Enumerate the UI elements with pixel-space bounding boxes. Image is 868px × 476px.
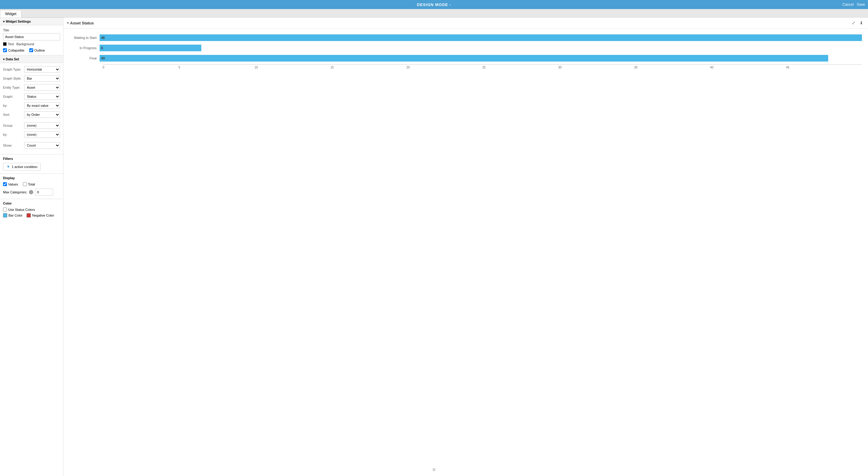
bar-chart: Waiting to Start45In Progress6Final43051… bbox=[69, 33, 862, 78]
group-by-label: by: bbox=[3, 133, 24, 136]
sort-row: Sort: by Order by Value bbox=[3, 111, 60, 118]
use-status-colors-checkbox[interactable] bbox=[3, 208, 7, 212]
negative-color-item[interactable]: Negative Color bbox=[27, 213, 54, 218]
entity-type-select[interactable]: Asset Work Order bbox=[24, 84, 60, 91]
x-tick: 30 bbox=[558, 66, 634, 69]
text-color-button[interactable]: Text bbox=[3, 42, 14, 46]
bar-fill: 43 bbox=[100, 55, 828, 62]
bar-label: Final bbox=[69, 56, 100, 60]
max-categories-row: Max Categories: i bbox=[3, 189, 60, 196]
display-header: Display bbox=[3, 176, 60, 180]
max-categories-label: Max Categories: bbox=[3, 190, 27, 194]
x-tick: 20 bbox=[406, 66, 482, 69]
x-tick: 25 bbox=[482, 66, 558, 69]
tabbar: Widget bbox=[0, 9, 868, 18]
by-select[interactable]: By exact value By range bbox=[24, 102, 60, 109]
info-icon: i bbox=[29, 190, 33, 194]
widget-settings-collapse-icon: ▾ bbox=[3, 20, 4, 23]
group-by-row: by: (none) Status bbox=[3, 131, 60, 138]
bar-label: Waiting to Start bbox=[69, 36, 100, 39]
total-checkbox[interactable] bbox=[23, 182, 27, 186]
title-field-label: Title bbox=[3, 28, 60, 32]
bar-color-swatch[interactable] bbox=[3, 213, 7, 218]
group-select[interactable]: (none) Type bbox=[24, 122, 60, 129]
bar-color-label: Bar Color bbox=[8, 214, 22, 217]
entity-type-label: Entity Type: bbox=[3, 86, 24, 89]
content-area: ▾ Asset Status ⤢ ⬇ Waiting to Start45In … bbox=[63, 18, 868, 476]
graph-style-label: Graph Style: bbox=[3, 76, 24, 80]
use-status-colors-item[interactable]: Use Status Colors bbox=[3, 208, 60, 212]
design-mode-title: DESIGN MODE - bbox=[417, 2, 451, 7]
graph-row: Graph: Status Priority bbox=[3, 93, 60, 100]
bar-color-item[interactable]: Bar Color bbox=[3, 213, 22, 218]
bar-container: 6 bbox=[100, 45, 862, 51]
bar-row: Waiting to Start45 bbox=[69, 33, 862, 42]
background-color-button[interactable]: Background bbox=[16, 42, 34, 46]
widget-settings-label: Widget Settings bbox=[6, 20, 31, 23]
filters-section: Filters ▼ 1 active condition bbox=[0, 154, 63, 173]
max-categories-input[interactable] bbox=[35, 189, 53, 196]
x-tick: 10 bbox=[254, 66, 331, 69]
graph-type-select[interactable]: Horizontal Vertical bbox=[24, 66, 60, 73]
expand-widget-button[interactable]: ⤢ bbox=[850, 20, 857, 26]
background-label: Background bbox=[16, 42, 34, 46]
graph-style-row: Graph Style: Bar Line bbox=[3, 75, 60, 82]
outline-checkbox[interactable] bbox=[29, 48, 33, 52]
bar-container: 43 bbox=[100, 55, 862, 62]
graph-style-select[interactable]: Bar Line bbox=[24, 75, 60, 82]
color-section: Color Use Status Colors Bar Color Negati… bbox=[0, 199, 63, 221]
sort-label: Sort: bbox=[3, 113, 24, 117]
widget-tab[interactable]: Widget bbox=[0, 10, 22, 18]
display-checkboxes: Values Total bbox=[3, 182, 60, 186]
data-set-label: Data Set bbox=[6, 57, 19, 61]
graph-select[interactable]: Status Priority bbox=[24, 93, 60, 100]
entity-type-row: Entity Type: Asset Work Order bbox=[3, 84, 60, 91]
x-tick: 35 bbox=[634, 66, 710, 69]
values-checkbox[interactable] bbox=[3, 182, 7, 186]
data-set-header[interactable]: ▾ Data Set bbox=[0, 55, 63, 63]
download-button[interactable]: ⬇ bbox=[858, 20, 864, 26]
widget-settings-header[interactable]: ▾ Widget Settings bbox=[0, 18, 63, 25]
show-select[interactable]: Count Sum bbox=[24, 142, 60, 149]
group-by-select[interactable]: (none) Status bbox=[24, 131, 60, 138]
chart-area: Waiting to Start45In Progress6Final43051… bbox=[63, 29, 868, 83]
data-set-content: Graph Type: Horizontal Vertical Graph St… bbox=[0, 63, 63, 154]
graph-type-row: Graph Type: Horizontal Vertical bbox=[3, 66, 60, 73]
bar-row: In Progress6 bbox=[69, 44, 862, 52]
filter-icon: ▼ bbox=[6, 164, 10, 169]
collapsible-checkbox-item[interactable]: Collapsible bbox=[3, 48, 25, 52]
graph-label: Graph: bbox=[3, 95, 24, 98]
sort-select[interactable]: by Order by Value bbox=[24, 111, 60, 118]
group-row: Group: (none) Type bbox=[3, 122, 60, 129]
values-label: Values bbox=[8, 183, 18, 186]
widget-settings-content: Title Text Background Collapsible Ou bbox=[0, 25, 63, 55]
text-bg-row: Text Background bbox=[3, 42, 60, 46]
total-label: Total bbox=[28, 183, 35, 186]
widget-actions: ⤢ ⬇ bbox=[850, 20, 864, 26]
use-status-colors-label: Use Status Colors bbox=[8, 208, 35, 212]
x-tick: 40 bbox=[710, 66, 786, 69]
graph-type-label: Graph Type: bbox=[3, 68, 24, 71]
widget-header: ▾ Asset Status ⤢ ⬇ bbox=[63, 18, 868, 29]
chart-menu-icon[interactable]: ≡ bbox=[433, 467, 436, 473]
save-button[interactable]: Save bbox=[857, 2, 865, 7]
top-actions: Cancel Save bbox=[842, 2, 865, 7]
values-checkbox-item[interactable]: Values bbox=[3, 182, 18, 186]
total-checkbox-item[interactable]: Total bbox=[23, 182, 35, 186]
widget-collapse-icon[interactable]: ▾ bbox=[67, 21, 69, 25]
collapsible-checkbox[interactable] bbox=[3, 48, 7, 52]
bar-row: Final43 bbox=[69, 54, 862, 62]
color-swatches-row: Bar Color Negative Color bbox=[3, 213, 60, 218]
checkbox-row: Collapsible Outline bbox=[3, 48, 60, 52]
sidebar: ▾ Widget Settings Title Text Background … bbox=[0, 18, 63, 476]
x-tick: 45 bbox=[786, 66, 862, 69]
active-condition-button[interactable]: ▼ 1 active condition bbox=[3, 163, 41, 170]
negative-color-swatch[interactable] bbox=[27, 213, 31, 218]
text-color-swatch bbox=[3, 42, 7, 46]
outline-checkbox-item[interactable]: Outline bbox=[29, 48, 45, 52]
title-input[interactable] bbox=[3, 33, 60, 40]
cancel-button[interactable]: Cancel bbox=[842, 2, 854, 7]
bar-container: 45 bbox=[100, 34, 862, 41]
x-tick: 0 bbox=[103, 66, 179, 69]
text-label: Text bbox=[8, 42, 14, 46]
